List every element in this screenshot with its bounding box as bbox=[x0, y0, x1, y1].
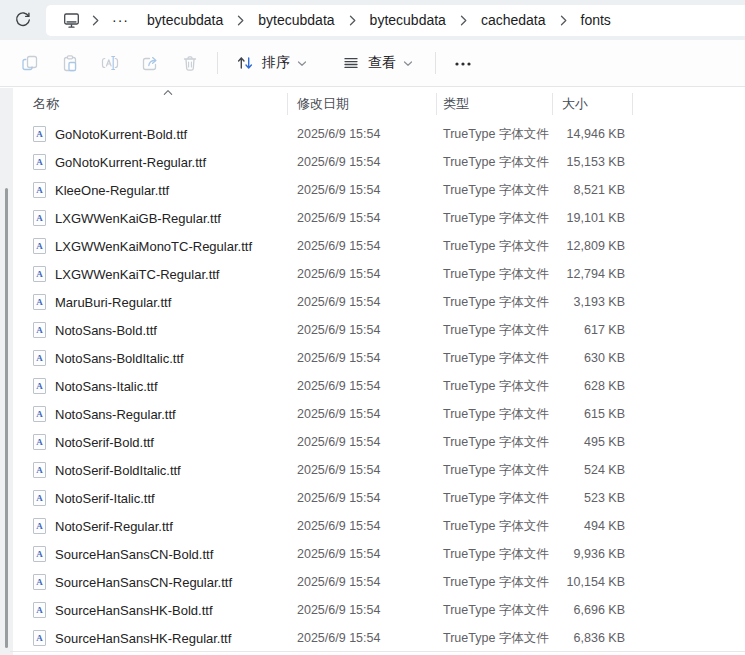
bottom-divider bbox=[10, 651, 745, 652]
file-size: 6,836 KB bbox=[553, 631, 633, 645]
this-pc-crumb[interactable] bbox=[56, 6, 87, 34]
file-name: GoNotoKurrent-Bold.ttf bbox=[55, 127, 187, 142]
file-type: TrueType 字体文件 bbox=[437, 630, 553, 647]
file-date-modified: 2025/6/9 15:54 bbox=[288, 631, 437, 645]
file-name: NotoSerif-Regular.ttf bbox=[55, 519, 173, 534]
file-date-modified: 2025/6/9 15:54 bbox=[288, 351, 437, 365]
file-row[interactable]: A NotoSans-Bold.ttf 2025/6/9 15:54 TrueT… bbox=[0, 316, 745, 344]
file-name-cell: A NotoSerif-Regular.ttf bbox=[0, 518, 288, 534]
truetype-font-file-icon: A bbox=[33, 630, 46, 646]
truetype-font-file-icon: A bbox=[33, 546, 46, 562]
file-row[interactable]: A NotoSerif-BoldItalic.ttf 2025/6/9 15:5… bbox=[0, 456, 745, 484]
file-name-cell: A MaruBuri-Regular.ttf bbox=[0, 294, 288, 310]
truetype-font-file-icon: A bbox=[33, 350, 46, 366]
file-name: SourceHanSansHK-Bold.ttf bbox=[55, 603, 213, 618]
file-row[interactable]: A LXGWWenKaiGB-Regular.ttf 2025/6/9 15:5… bbox=[0, 204, 745, 232]
file-size: 15,153 KB bbox=[553, 155, 633, 169]
truetype-font-file-icon: A bbox=[33, 266, 46, 282]
file-date-modified: 2025/6/9 15:54 bbox=[288, 463, 437, 477]
file-row[interactable]: A LXGWWenKaiMonoTC-Regular.ttf 2025/6/9 … bbox=[0, 232, 745, 260]
file-name: NotoSans-Regular.ttf bbox=[55, 407, 176, 422]
chevron-right-icon bbox=[88, 14, 103, 27]
paste-button[interactable] bbox=[50, 45, 90, 81]
file-date-modified: 2025/6/9 15:54 bbox=[288, 211, 437, 225]
file-row[interactable]: A NotoSans-BoldItalic.ttf 2025/6/9 15:54… bbox=[0, 344, 745, 372]
file-type: TrueType 字体文件 bbox=[437, 434, 553, 451]
file-name: MaruBuri-Regular.ttf bbox=[55, 295, 171, 310]
file-size: 8,521 KB bbox=[553, 183, 633, 197]
column-header-name[interactable]: 名称 bbox=[0, 88, 288, 120]
breadcrumb-item[interactable]: bytecubdata bbox=[249, 9, 343, 31]
chevron-right-icon bbox=[556, 14, 571, 27]
file-name-cell: A LXGWWenKaiGB-Regular.ttf bbox=[0, 210, 288, 226]
truetype-font-file-icon: A bbox=[33, 602, 46, 618]
truetype-font-file-icon: A bbox=[33, 182, 46, 198]
view-button-label: 查看 bbox=[368, 54, 396, 72]
file-name-cell: A SourceHanSansHK-Regular.ttf bbox=[0, 630, 288, 646]
file-row[interactable]: A GoNotoKurrent-Regular.ttf 2025/6/9 15:… bbox=[0, 148, 745, 176]
file-size: 495 KB bbox=[553, 435, 633, 449]
file-type: TrueType 字体文件 bbox=[437, 266, 553, 283]
more-options-button[interactable] bbox=[443, 45, 483, 81]
column-header-size[interactable]: 大小 bbox=[553, 88, 633, 120]
paste-icon bbox=[60, 53, 80, 73]
file-row[interactable]: A NotoSans-Italic.ttf 2025/6/9 15:54 Tru… bbox=[0, 372, 745, 400]
scrollbar-thumb[interactable] bbox=[5, 188, 8, 648]
file-type: TrueType 字体文件 bbox=[437, 182, 553, 199]
column-header-date-label: 修改日期 bbox=[297, 95, 349, 113]
column-header-date-modified[interactable]: 修改日期 bbox=[288, 88, 437, 120]
address-bar[interactable]: ··· bytecubdata bytecubdata bytecubdata … bbox=[46, 5, 745, 36]
copy-button[interactable] bbox=[10, 45, 50, 81]
file-row[interactable]: A GoNotoKurrent-Bold.ttf 2025/6/9 15:54 … bbox=[0, 120, 745, 148]
file-row[interactable]: A SourceHanSansCN-Regular.ttf 2025/6/9 1… bbox=[0, 568, 745, 596]
breadcrumb-overflow-button[interactable]: ··· bbox=[104, 9, 137, 31]
file-row[interactable]: A MaruBuri-Regular.ttf 2025/6/9 15:54 Tr… bbox=[0, 288, 745, 316]
file-name-cell: A SourceHanSansCN-Regular.ttf bbox=[0, 574, 288, 590]
column-header-row: 名称 修改日期 类型 大小 bbox=[0, 88, 745, 120]
file-date-modified: 2025/6/9 15:54 bbox=[288, 183, 437, 197]
refresh-button[interactable] bbox=[0, 0, 46, 40]
file-type: TrueType 字体文件 bbox=[437, 210, 553, 227]
left-scrollbar-track bbox=[0, 88, 13, 655]
rename-button[interactable] bbox=[90, 45, 130, 81]
delete-button[interactable] bbox=[170, 45, 210, 81]
file-name-cell: A SourceHanSansCN-Bold.ttf bbox=[0, 546, 288, 562]
file-row[interactable]: A SourceHanSansHK-Regular.ttf 2025/6/9 1… bbox=[0, 624, 745, 652]
file-type: TrueType 字体文件 bbox=[437, 154, 553, 171]
file-row[interactable]: A KleeOne-Regular.ttf 2025/6/9 15:54 Tru… bbox=[0, 176, 745, 204]
truetype-font-file-icon: A bbox=[33, 490, 46, 506]
file-size: 630 KB bbox=[553, 351, 633, 365]
file-date-modified: 2025/6/9 15:54 bbox=[288, 519, 437, 533]
column-header-type[interactable]: 类型 bbox=[437, 88, 553, 120]
file-size: 19,101 KB bbox=[553, 211, 633, 225]
file-row[interactable]: A LXGWWenKaiTC-Regular.ttf 2025/6/9 15:5… bbox=[0, 260, 745, 288]
truetype-font-file-icon: A bbox=[33, 210, 46, 226]
breadcrumb-item[interactable]: bytecubdata bbox=[361, 9, 455, 31]
file-size: 3,193 KB bbox=[553, 295, 633, 309]
view-button[interactable]: 查看 bbox=[331, 45, 423, 81]
breadcrumb-item[interactable]: cachedata bbox=[472, 9, 555, 31]
file-size: 617 KB bbox=[553, 323, 633, 337]
sort-button[interactable]: 排序 bbox=[225, 45, 317, 81]
breadcrumb-item[interactable]: fonts bbox=[572, 9, 620, 31]
file-name-cell: A NotoSans-Italic.ttf bbox=[0, 378, 288, 394]
file-row[interactable]: A NotoSerif-Regular.ttf 2025/6/9 15:54 T… bbox=[0, 512, 745, 540]
file-type: TrueType 字体文件 bbox=[437, 546, 553, 563]
file-row[interactable]: A SourceHanSansCN-Bold.ttf 2025/6/9 15:5… bbox=[0, 540, 745, 568]
breadcrumb-item[interactable]: bytecubdata bbox=[138, 9, 232, 31]
file-name: LXGWWenKaiTC-Regular.ttf bbox=[55, 267, 219, 282]
file-list: A GoNotoKurrent-Bold.ttf 2025/6/9 15:54 … bbox=[0, 120, 745, 652]
file-date-modified: 2025/6/9 15:54 bbox=[288, 407, 437, 421]
file-date-modified: 2025/6/9 15:54 bbox=[288, 547, 437, 561]
share-button[interactable] bbox=[130, 45, 170, 81]
ellipsis-icon bbox=[452, 53, 474, 73]
file-date-modified: 2025/6/9 15:54 bbox=[288, 155, 437, 169]
file-type: TrueType 字体文件 bbox=[437, 602, 553, 619]
file-type: TrueType 字体文件 bbox=[437, 294, 553, 311]
file-row[interactable]: A NotoSerif-Bold.ttf 2025/6/9 15:54 True… bbox=[0, 428, 745, 456]
file-row[interactable]: A NotoSans-Regular.ttf 2025/6/9 15:54 Tr… bbox=[0, 400, 745, 428]
file-name-cell: A LXGWWenKaiMonoTC-Regular.ttf bbox=[0, 238, 288, 254]
sort-icon bbox=[235, 53, 255, 73]
file-row[interactable]: A NotoSerif-Italic.ttf 2025/6/9 15:54 Tr… bbox=[0, 484, 745, 512]
file-row[interactable]: A SourceHanSansHK-Bold.ttf 2025/6/9 15:5… bbox=[0, 596, 745, 624]
